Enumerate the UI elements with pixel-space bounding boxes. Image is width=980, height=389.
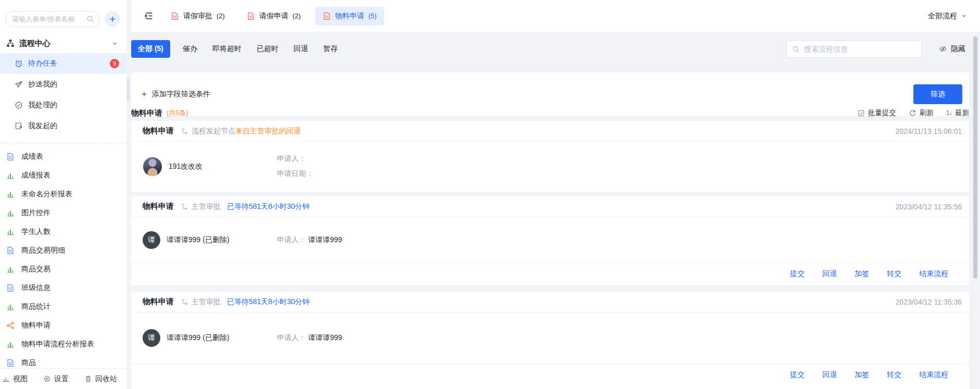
refresh-icon <box>909 109 917 117</box>
tab-leave-request[interactable]: 请假申请 (2) <box>239 7 308 26</box>
card-user-cell: 谭 谭谭谭999 (已删除) <box>143 231 277 249</box>
add-form-button[interactable]: + <box>105 11 120 27</box>
add-signer-action[interactable]: 加签 <box>855 370 869 380</box>
return-action[interactable]: 回退 <box>822 370 837 380</box>
sidebar-item-initiated-by-me[interactable]: 我发起的 <box>0 116 126 136</box>
sidebar-footer: 视图 设置 回收站 <box>0 368 126 389</box>
form-doc-icon <box>6 359 15 367</box>
sidebar-form-product[interactable]: 商品 <box>0 354 126 368</box>
paper-plane-icon <box>15 80 23 89</box>
card-node-label: 主管审批 <box>192 297 221 307</box>
card-body: 191改改改 申请人： 申请日期： <box>131 142 969 191</box>
eye-off-icon <box>939 45 947 53</box>
add-filter-condition[interactable]: + 添加字段筛选条件 <box>142 89 210 99</box>
sidebar-item-handled-by-me[interactable]: 我处理的 <box>0 95 126 116</box>
sidebar-form-scores[interactable]: 成绩表 <box>0 147 126 166</box>
tab-label: 请假申请 <box>259 11 288 21</box>
card-date: 2024/11/13 15:06:01 <box>896 127 962 135</box>
batch-submit-button[interactable]: 批量提交 <box>857 108 896 118</box>
filter-pill-about-to-timeout[interactable]: 即将超时 <box>212 44 241 54</box>
tab-count: (5) <box>368 12 377 20</box>
sidebar-form-class-info[interactable]: 班级信息 <box>0 279 126 297</box>
return-action[interactable]: 回退 <box>822 269 837 279</box>
footer-item-settings[interactable]: 设置 <box>43 374 69 384</box>
sidebar-item-cc-to-me[interactable]: 抄送我的 <box>0 74 126 95</box>
card-fields: 申请人： 申请日期： <box>277 154 313 179</box>
card-title: 物料申请 <box>143 202 174 211</box>
sidebar-flow-material-request[interactable]: 物料申请 <box>0 316 126 335</box>
end-process-action[interactable]: 结束流程 <box>919 269 948 279</box>
sidebar-search[interactable] <box>5 11 100 27</box>
hide-toggle[interactable]: 隐藏 <box>939 44 965 54</box>
sidebar-report-unnamed-analysis[interactable]: 未命名分析报表 <box>0 185 126 204</box>
add-signer-action[interactable]: 加签 <box>855 269 869 279</box>
chevron-down-icon[interactable] <box>111 40 118 47</box>
filter-button[interactable]: 筛选 <box>913 84 962 104</box>
sidebar-item-label: 待办任务 <box>28 59 57 68</box>
footer-label: 设置 <box>54 374 69 384</box>
sidebar-report-trade[interactable]: 商品交易 <box>0 260 126 279</box>
sidebar-scrollbar-thumb[interactable] <box>127 78 130 102</box>
chart-report-icon <box>6 190 15 198</box>
form-doc-icon <box>6 246 15 255</box>
submit-action[interactable]: 提交 <box>790 370 805 380</box>
form-label: 班级信息 <box>21 283 50 293</box>
sidebar-item-todo-tasks[interactable]: 待办任务 9 <box>0 53 126 74</box>
process-search[interactable] <box>786 41 922 58</box>
process-card[interactable]: 物料申请 主管审批 已等待581天8小时30分钟 2023/04/12 11:3… <box>131 196 969 285</box>
form-doc-icon <box>6 284 15 292</box>
form-label: 成绩报表 <box>21 171 50 180</box>
sidebar-report-score-report[interactable]: 成绩报表 <box>0 166 126 185</box>
sidebar-report-material-flow-analysis[interactable]: 物料申请流程分析报表 <box>0 335 126 354</box>
refresh-button[interactable]: 刷新 <box>909 108 934 118</box>
check-circle-icon <box>15 101 23 109</box>
sidebar-report-student-count[interactable]: 学生人数 <box>0 222 126 241</box>
sidebar-search-input[interactable] <box>12 15 86 23</box>
form-label: 物料申请流程分析报表 <box>21 340 94 349</box>
submit-action[interactable]: 提交 <box>790 269 805 279</box>
scope-dropdown[interactable]: 全部流程 <box>928 11 968 21</box>
filter-pill-all[interactable]: 全部 (5) <box>131 40 170 58</box>
flow-node-icon <box>181 298 188 305</box>
form-doc-icon <box>6 153 15 161</box>
sidebar-report-product-stats[interactable]: 商品统计 <box>0 297 126 316</box>
list-title: 物料申请 <box>131 108 162 118</box>
process-card[interactable]: 物料申请 主管审批 已等待581天8小时30分钟 2023/04/12 11:3… <box>131 292 969 389</box>
main-scrollbar-thumb[interactable] <box>973 36 977 279</box>
sidebar-report-image-widget[interactable]: 图片控件 <box>0 204 126 222</box>
collapse-sidebar-icon[interactable] <box>144 11 154 20</box>
card-title: 物料申请 <box>143 297 174 307</box>
tab-leave-approval[interactable]: 请假审批 (2) <box>163 7 232 26</box>
sort-newest-button[interactable]: 1↓ 最新 <box>946 108 969 118</box>
footer-item-views[interactable]: 视图 <box>2 374 28 384</box>
card-title-row: 物料申请 主管审批 已等待581天8小时30分钟 2023/04/12 11:3… <box>131 196 969 217</box>
filter-pill-draft[interactable]: 暂存 <box>323 44 338 54</box>
checkbox-check-icon <box>857 109 865 117</box>
footer-label: 视图 <box>13 374 28 384</box>
sidebar-divider <box>0 143 126 143</box>
trash-icon <box>84 375 92 383</box>
sidebar-form-trade-detail[interactable]: 商品交易明细 <box>0 241 126 260</box>
field-applicant: 申请人： 谭谭谭999 <box>277 235 342 245</box>
end-process-action[interactable]: 结束流程 <box>919 370 948 380</box>
filter-pill-returned[interactable]: 回退 <box>294 44 308 54</box>
sidebar-section-label: 流程中心 <box>19 39 50 48</box>
tool-label: 最新 <box>955 108 969 118</box>
transfer-action[interactable]: 转交 <box>887 370 901 380</box>
filter-pill-urge[interactable]: 催办 <box>183 44 197 54</box>
search-icon <box>792 45 800 53</box>
process-search-input[interactable] <box>804 45 916 53</box>
card-node-label: 流程发起节点 <box>192 127 235 136</box>
avatar: 谭 <box>143 231 160 249</box>
tab-material-request[interactable]: 物料申请 (5) <box>315 7 384 26</box>
avatar: 谭 <box>143 329 160 347</box>
form-label: 物料申请 <box>21 321 50 330</box>
form-label: 图片控件 <box>21 208 50 218</box>
sidebar-section-process-center[interactable]: 流程中心 <box>0 33 126 53</box>
tool-label: 批量提交 <box>868 108 896 118</box>
transfer-action[interactable]: 转交 <box>887 269 901 279</box>
process-card[interactable]: 物料申请 流程发起节点 来自主管审批的回退 2024/11/13 15:06:0… <box>131 121 969 192</box>
footer-item-recycle-bin[interactable]: 回收站 <box>84 374 117 384</box>
chevron-down-icon <box>961 12 968 19</box>
filter-pill-timed-out[interactable]: 已超时 <box>257 44 278 54</box>
